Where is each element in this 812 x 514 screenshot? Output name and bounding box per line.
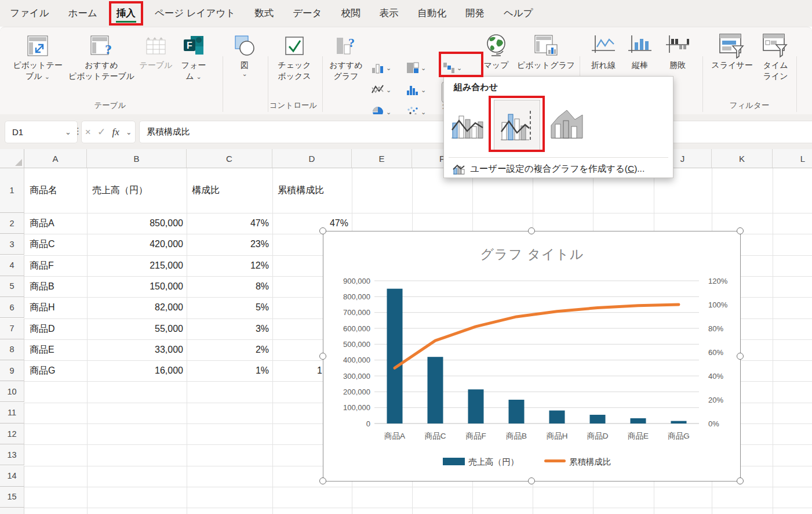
- ribbon-tab-bar: ファイルホーム挿入ページ レイアウト数式データ校閲表示自動化開発ヘルプ: [0, 0, 812, 27]
- cell-sales[interactable]: 215,000: [87, 255, 183, 276]
- row-header-2[interactable]: 2: [0, 213, 24, 234]
- left-axis-tick: 900,000: [343, 277, 370, 285]
- cell-name-商品A[interactable]: 商品A: [30, 213, 85, 234]
- row-header-13[interactable]: 13: [0, 444, 24, 465]
- ribbon-tab-ヘルプ[interactable]: ヘルプ: [502, 5, 535, 21]
- cell-ratio[interactable]: 12%: [187, 255, 269, 276]
- enter-icon[interactable]: ✓: [97, 126, 105, 138]
- cell-name-商品C[interactable]: 商品C: [30, 234, 85, 255]
- recommended-pivot-button[interactable]: ? おすすめ ピボットテーブル: [66, 32, 137, 110]
- cell-header-売上高（円）[interactable]: 売上高（円）: [92, 168, 181, 213]
- forms-button[interactable]: F フォー ム ⌄: [175, 32, 212, 110]
- row-header-8[interactable]: 8: [0, 339, 24, 360]
- row-header-12[interactable]: 12: [0, 423, 24, 444]
- ribbon-tab-ページ レイアウト[interactable]: ページ レイアウト: [153, 5, 237, 21]
- row-header-9[interactable]: 9: [0, 360, 24, 381]
- cancel-icon[interactable]: ×: [85, 126, 91, 138]
- row-header-7[interactable]: 7: [0, 318, 24, 339]
- cell-name-商品G[interactable]: 商品G: [30, 360, 85, 381]
- insert-hierarchy-chart-button[interactable]: ⌄: [406, 61, 426, 75]
- chart-selection-handle[interactable]: [528, 477, 535, 484]
- ribbon-tab-開発[interactable]: 開発: [464, 5, 486, 21]
- ribbon-tab-数式[interactable]: 数式: [253, 5, 275, 21]
- cell-sales[interactable]: 55,000: [87, 318, 183, 339]
- insert-statistic-chart-button[interactable]: ⌄: [406, 83, 426, 97]
- insert-column-chart-button[interactable]: ⌄: [371, 61, 391, 75]
- create-custom-combo-chart-item[interactable]: ユーザー設定の複合グラフを作成する(C)...: [444, 161, 673, 178]
- cell-sales[interactable]: 33,000: [87, 339, 183, 360]
- embedded-combo-chart[interactable]: グラフ タイトル0100,000200,000300,000400,000500…: [323, 231, 741, 482]
- chevron-down-icon: ⌄: [126, 129, 132, 135]
- row-header-1[interactable]: 1: [0, 168, 24, 213]
- chart-selection-handle[interactable]: [737, 353, 744, 360]
- cell-ratio[interactable]: 1%: [187, 360, 269, 381]
- row-header-11[interactable]: 11: [0, 403, 24, 423]
- cell-ratio[interactable]: 3%: [187, 318, 269, 339]
- ribbon-tab-ホーム[interactable]: ホーム: [67, 5, 99, 21]
- pivot-table-button[interactable]: ピボットテー ブル ⌄: [10, 32, 65, 110]
- chart-selection-handle[interactable]: [319, 477, 326, 484]
- combo-option-stacked-area-clustered-column[interactable]: [548, 102, 585, 146]
- insert-function-icon[interactable]: fx: [112, 126, 119, 138]
- cell-sales[interactable]: 420,000: [87, 234, 183, 255]
- column-header-E[interactable]: E: [352, 149, 412, 168]
- cell-name-商品E[interactable]: 商品E: [30, 339, 85, 360]
- row-header-14[interactable]: 14: [0, 466, 24, 487]
- ribbon-tab-校閲[interactable]: 校閲: [339, 5, 362, 21]
- row-header-16[interactable]: 16: [0, 508, 24, 514]
- column-header-D[interactable]: D: [272, 149, 352, 168]
- cell-name-商品D[interactable]: 商品D: [30, 318, 85, 339]
- cell-header-構成比[interactable]: 構成比: [192, 168, 267, 213]
- annotation-box-selected-combo-option: [489, 96, 545, 152]
- name-box[interactable]: D1 ⌄: [5, 121, 78, 143]
- row-header-6[interactable]: 6: [0, 297, 24, 318]
- column-header-A[interactable]: A: [24, 149, 87, 168]
- select-all-corner[interactable]: [0, 149, 24, 168]
- illustrations-button[interactable]: 図 ⌄: [228, 32, 261, 110]
- cell-ratio[interactable]: 8%: [187, 276, 269, 297]
- cell-ratio[interactable]: 2%: [187, 339, 269, 360]
- left-axis-tick: 200,000: [343, 388, 370, 396]
- cell-sales[interactable]: 150,000: [87, 276, 183, 297]
- cell-header-商品名[interactable]: 商品名: [30, 168, 82, 213]
- insert-line-chart-button[interactable]: ⌄: [371, 83, 391, 97]
- table-icon: [145, 32, 167, 60]
- ribbon-tab-ファイル[interactable]: ファイル: [8, 5, 51, 21]
- cell-name-商品F[interactable]: 商品F: [30, 255, 85, 276]
- column-header-K[interactable]: K: [712, 149, 773, 168]
- table-button[interactable]: テーブル: [139, 32, 173, 110]
- chart-selection-handle[interactable]: [319, 353, 326, 360]
- chart-selection-handle[interactable]: [319, 227, 326, 234]
- cell-ratio[interactable]: 5%: [187, 297, 269, 318]
- column-header-B[interactable]: B: [87, 149, 187, 168]
- chart-selection-handle[interactable]: [528, 227, 535, 234]
- cell-header-累積構成比[interactable]: 累積構成比: [278, 168, 347, 213]
- chart-selection-handle[interactable]: [737, 227, 744, 234]
- row-header-10[interactable]: 10: [0, 381, 24, 402]
- cell-ratio[interactable]: 47%: [187, 213, 269, 234]
- cell-name-商品H[interactable]: 商品H: [30, 297, 85, 318]
- cell-sales[interactable]: 16,000: [87, 360, 183, 381]
- cell-sales[interactable]: 850,000: [87, 213, 183, 234]
- slicer-button[interactable]: スライサー: [707, 32, 757, 110]
- combo-option-clustered-column-line[interactable]: [449, 102, 486, 146]
- cell-sales[interactable]: 82,000: [87, 297, 183, 318]
- checkbox-button[interactable]: チェック ボックス: [272, 32, 316, 110]
- row-header-15[interactable]: 15: [0, 487, 24, 508]
- menu-divider: [449, 157, 668, 158]
- ribbon-tab-自動化[interactable]: 自動化: [416, 5, 448, 21]
- chart-selection-handle[interactable]: [737, 477, 744, 484]
- ribbon-tab-挿入[interactable]: 挿入: [115, 5, 137, 21]
- column-header-C[interactable]: C: [187, 149, 272, 168]
- cell-name-商品B[interactable]: 商品B: [30, 276, 85, 297]
- timeline-button[interactable]: タイム ライン: [759, 32, 792, 110]
- column-header-L[interactable]: L: [773, 149, 812, 168]
- ribbon-tab-データ[interactable]: データ: [291, 5, 323, 21]
- row-header-3[interactable]: 3: [0, 234, 24, 255]
- recommended-charts-button[interactable]: ? おすすめ グラフ: [327, 32, 365, 110]
- cell-ratio[interactable]: 23%: [187, 234, 269, 255]
- category-label: 商品E: [628, 432, 649, 440]
- row-header-4[interactable]: 4: [0, 255, 24, 276]
- row-header-5[interactable]: 5: [0, 276, 24, 297]
- ribbon-tab-表示[interactable]: 表示: [377, 5, 400, 21]
